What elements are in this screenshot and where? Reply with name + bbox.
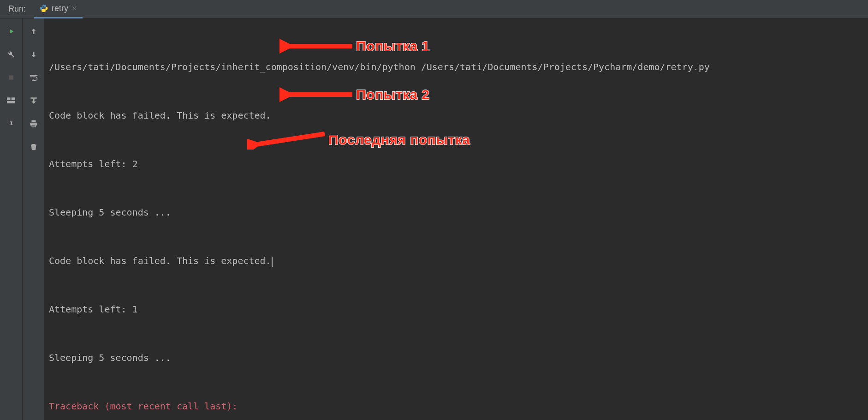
- svg-line-6: [253, 134, 325, 145]
- scroll-up-icon[interactable]: [27, 25, 40, 38]
- annotation-arrow-1: Попытка 1: [279, 38, 430, 54]
- annotation-label: Попытка 2: [356, 86, 430, 102]
- run-panel-label: Run:: [0, 4, 34, 14]
- tab-title: retry: [52, 4, 68, 13]
- python-file-icon: [40, 4, 48, 12]
- run-gutter-outer: [0, 18, 22, 420]
- traceback-header: Traceback (most recent call last):: [49, 398, 863, 414]
- soft-wrap-icon[interactable]: [27, 71, 40, 84]
- print-icon[interactable]: [27, 117, 40, 130]
- svg-rect-0: [9, 75, 13, 79]
- console-line: Attempts left: 2: [49, 156, 863, 172]
- run-tabbar: Run: retry ×: [0, 0, 868, 18]
- close-tab-icon[interactable]: ×: [72, 4, 77, 13]
- layout-icon[interactable]: [5, 94, 18, 107]
- scroll-down-icon[interactable]: [27, 48, 40, 61]
- console-line: /Users/tati/Documents/Projects/inherit_c…: [49, 59, 863, 75]
- console-line: Code block has failed. This is expected.: [49, 253, 863, 269]
- annotation-label: Попытка 1: [356, 38, 430, 54]
- stop-button[interactable]: [5, 71, 18, 84]
- annotation-arrow-3: Последняя попытка: [247, 129, 470, 150]
- run-tab-retry[interactable]: retry ×: [34, 0, 83, 18]
- console-line: Code block has failed. This is expected.: [49, 108, 863, 124]
- pin-icon[interactable]: [5, 117, 18, 130]
- console-line: Sleeping 5 seconds ...: [49, 204, 863, 221]
- scroll-to-end-icon[interactable]: [27, 94, 40, 107]
- rerun-button[interactable]: [5, 25, 18, 38]
- console-line: Sleeping 5 seconds ...: [49, 350, 863, 366]
- console-line: Attempts left: 1: [49, 301, 863, 318]
- wrench-icon[interactable]: [5, 48, 18, 61]
- console-output[interactable]: /Users/tati/Documents/Projects/inherit_c…: [44, 18, 868, 420]
- annotation-label: Последняя попытка: [328, 132, 470, 148]
- trash-icon[interactable]: [27, 140, 40, 153]
- text-cursor: [272, 257, 273, 267]
- annotation-arrow-2: Попытка 2: [279, 86, 430, 102]
- svg-rect-1: [7, 97, 11, 100]
- svg-rect-3: [7, 101, 15, 103]
- svg-rect-2: [12, 97, 15, 100]
- run-gutter-inner: [22, 18, 44, 420]
